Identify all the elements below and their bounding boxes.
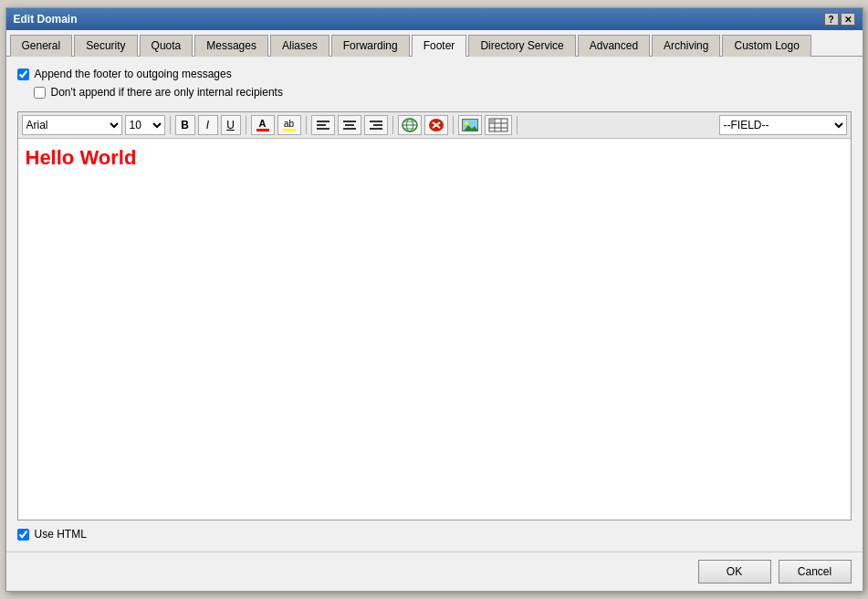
internal-recipients-checkbox[interactable] bbox=[34, 87, 46, 99]
font-color-button[interactable]: A bbox=[251, 115, 275, 135]
font-size-select[interactable]: 8 9 10 11 12 14 16 18 24 bbox=[125, 115, 165, 135]
tab-content: Append the footer to outgoing messages D… bbox=[6, 57, 863, 552]
editor-area[interactable]: Hello World bbox=[18, 139, 851, 520]
title-bar: Edit Domain ? ✕ bbox=[6, 8, 863, 30]
table-icon bbox=[488, 118, 508, 132]
close-button[interactable]: ✕ bbox=[841, 13, 855, 26]
align-center-icon bbox=[341, 119, 358, 131]
remove-format-button[interactable] bbox=[424, 115, 448, 135]
use-html-label[interactable]: Use HTML bbox=[35, 528, 87, 541]
insert-picture-button[interactable] bbox=[458, 115, 482, 135]
internal-checkbox-row: Don't append if there are only internal … bbox=[17, 86, 852, 99]
ok-button[interactable]: OK bbox=[698, 560, 771, 583]
insert-image-icon bbox=[402, 118, 418, 132]
font-select[interactable]: Arial Times New Roman Courier New Verdan… bbox=[22, 115, 122, 135]
editor-toolbar: Arial Times New Roman Courier New Verdan… bbox=[18, 112, 851, 139]
use-html-row: Use HTML bbox=[17, 528, 852, 541]
tab-advanced[interactable]: Advanced bbox=[578, 35, 650, 57]
highlight-icon: ab bbox=[284, 120, 294, 129]
sep-2 bbox=[246, 116, 246, 134]
tab-messages[interactable]: Messages bbox=[194, 35, 268, 57]
tab-aliases[interactable]: Aliases bbox=[270, 35, 329, 57]
sep-1 bbox=[170, 116, 171, 134]
font-color-indicator bbox=[256, 129, 269, 131]
field-select[interactable]: --FIELD-- First Name Last Name Email Com… bbox=[719, 115, 847, 135]
append-footer-checkbox[interactable] bbox=[17, 68, 29, 80]
svg-rect-16 bbox=[490, 120, 494, 122]
align-left-button[interactable] bbox=[311, 115, 335, 135]
tab-security[interactable]: Security bbox=[74, 35, 137, 57]
bold-button[interactable]: B bbox=[175, 115, 195, 135]
append-checkbox-row: Append the footer to outgoing messages bbox=[17, 68, 852, 80]
align-left-icon bbox=[315, 119, 331, 131]
title-bar-buttons: ? ✕ bbox=[824, 13, 855, 26]
sep-6 bbox=[517, 116, 518, 134]
italic-button[interactable]: I bbox=[198, 115, 218, 135]
tabs-container: General Security Quota Messages Aliases … bbox=[6, 30, 863, 57]
svg-point-10 bbox=[465, 121, 468, 125]
sep-3 bbox=[306, 116, 307, 134]
bottom-bar: OK Cancel bbox=[6, 552, 863, 591]
highlight-indicator bbox=[283, 129, 296, 131]
tab-quota[interactable]: Quota bbox=[140, 35, 193, 57]
internal-recipients-label[interactable]: Don't append if there are only internal … bbox=[51, 86, 283, 99]
editor-content: Hello World bbox=[26, 146, 137, 169]
help-button[interactable]: ? bbox=[824, 13, 839, 26]
use-html-checkbox[interactable] bbox=[17, 529, 29, 541]
insert-table-button[interactable] bbox=[485, 115, 512, 135]
tab-forwarding[interactable]: Forwarding bbox=[331, 35, 410, 57]
remove-format-icon bbox=[428, 118, 444, 132]
tab-footer[interactable]: Footer bbox=[412, 35, 467, 57]
align-center-button[interactable] bbox=[338, 115, 361, 135]
cancel-button[interactable]: Cancel bbox=[779, 560, 852, 583]
sep-4 bbox=[392, 116, 393, 134]
tab-archiving[interactable]: Archiving bbox=[652, 35, 720, 57]
insert-image-button[interactable] bbox=[398, 115, 422, 135]
sep-5 bbox=[453, 116, 454, 134]
align-right-button[interactable] bbox=[364, 115, 388, 135]
highlight-color-button[interactable]: ab bbox=[277, 115, 301, 135]
append-footer-label[interactable]: Append the footer to outgoing messages bbox=[35, 68, 232, 80]
dialog-title: Edit Domain bbox=[14, 13, 78, 26]
align-right-icon bbox=[368, 119, 384, 131]
picture-icon bbox=[462, 119, 478, 131]
editor-container: Arial Times New Roman Courier New Verdan… bbox=[17, 111, 852, 520]
font-color-icon: A bbox=[259, 119, 267, 129]
underline-button[interactable]: U bbox=[221, 115, 241, 135]
tab-directory-service[interactable]: Directory Service bbox=[468, 35, 575, 57]
tab-general[interactable]: General bbox=[10, 35, 73, 57]
tab-custom-logo[interactable]: Custom Logo bbox=[722, 35, 810, 57]
edit-domain-dialog: Edit Domain ? ✕ General Security Quota M… bbox=[5, 7, 863, 592]
